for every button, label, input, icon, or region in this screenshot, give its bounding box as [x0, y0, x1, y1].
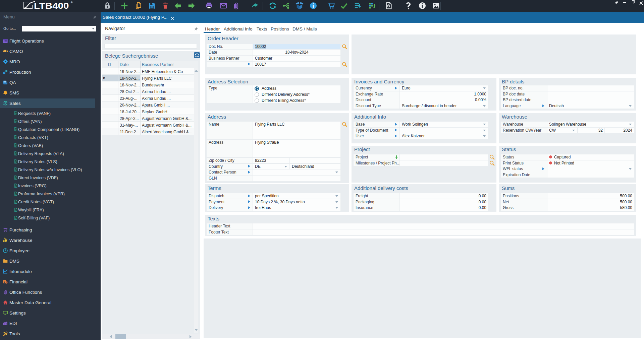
svg-text:$: $	[5, 280, 7, 284]
svg-text:$: $	[5, 101, 6, 105]
